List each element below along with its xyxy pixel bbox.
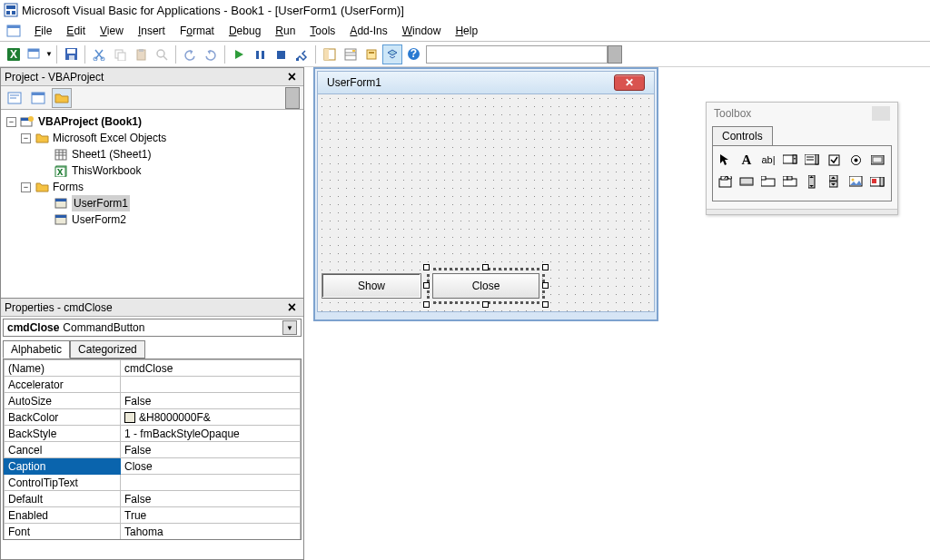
paste-button[interactable]	[131, 44, 151, 64]
tree-collapse-icon[interactable]: −	[21, 182, 31, 192]
property-row[interactable]: EnabledTrue	[5, 507, 301, 524]
tree-userform1-label[interactable]: UserForm1	[72, 195, 130, 211]
property-value[interactable]: &H8000000F&	[121, 409, 301, 426]
find-button[interactable]	[152, 44, 172, 64]
resize-handle[interactable]	[482, 301, 489, 308]
toolbox-header[interactable]: Toolbox	[707, 103, 897, 124]
property-row[interactable]: BackColor&H8000000F&	[5, 409, 301, 426]
property-value[interactable]: Close	[121, 458, 301, 475]
resize-handle[interactable]	[423, 264, 430, 270]
redo-button[interactable]	[201, 44, 221, 64]
help-button[interactable]: ?	[403, 44, 423, 64]
menu-help[interactable]: Help	[448, 23, 485, 39]
menu-run[interactable]: Run	[268, 23, 302, 39]
property-row[interactable]: AutoSizeFalse	[5, 393, 301, 409]
tree-collapse-icon[interactable]: −	[21, 133, 31, 143]
tree-sheet1-label[interactable]: Sheet1 (Sheet1)	[72, 146, 151, 162]
properties-object-combo[interactable]: cmdClose CommandButton ▼	[3, 319, 302, 337]
property-row[interactable]: CaptionClose	[5, 458, 301, 475]
resize-handle[interactable]	[423, 301, 430, 308]
scrollbar-tool-icon[interactable]	[804, 173, 820, 190]
project-explorer-button[interactable]	[320, 44, 340, 64]
menu-tools[interactable]: Tools	[302, 23, 342, 39]
copy-button[interactable]	[110, 44, 130, 64]
property-row[interactable]: CancelFalse	[5, 442, 301, 458]
dropdown-icon[interactable]: ▼	[282, 320, 297, 335]
menu-window[interactable]: Window	[395, 23, 449, 39]
menu-file[interactable]: File	[27, 23, 59, 39]
insert-userform-button[interactable]	[25, 44, 45, 64]
checkbox-tool-icon[interactable]	[826, 152, 842, 168]
toggle-folders-button[interactable]	[52, 88, 72, 108]
select-tool-icon[interactable]	[717, 152, 733, 168]
selection-frame[interactable]: Close	[427, 268, 545, 304]
view-excel-button[interactable]: X	[4, 44, 24, 64]
project-scroll-handle[interactable]	[285, 87, 300, 109]
tree-excel-objects-label[interactable]: Microsoft Excel Objects	[53, 130, 166, 146]
refedit-tool-icon[interactable]	[869, 173, 885, 190]
tree-userform2-label[interactable]: UserForm2	[72, 211, 126, 228]
property-row[interactable]: FontTahoma	[5, 524, 301, 540]
tree-collapse-icon[interactable]: −	[6, 117, 16, 127]
toolbox-button[interactable]	[382, 44, 402, 64]
property-value[interactable]	[121, 377, 301, 393]
frame-tool-icon[interactable]: xv	[717, 173, 733, 190]
resize-handle[interactable]	[482, 264, 489, 270]
properties-window-button[interactable]	[341, 44, 361, 64]
properties-close-icon[interactable]: ×	[284, 300, 300, 316]
resize-handle[interactable]	[542, 264, 549, 270]
property-value[interactable]: False	[121, 393, 301, 409]
label-tool-icon[interactable]: A	[738, 152, 755, 168]
position-combo[interactable]	[426, 45, 608, 64]
property-value[interactable]: 1 - fmBackStyleOpaque	[121, 426, 301, 442]
commandbutton-tool-icon[interactable]	[738, 173, 755, 190]
resize-handle[interactable]	[423, 282, 430, 289]
menu-edit[interactable]: Edit	[59, 23, 93, 39]
property-row[interactable]: ControlTipText	[5, 475, 301, 491]
property-value[interactable]: False	[121, 442, 301, 458]
view-object-button[interactable]	[28, 88, 48, 108]
resize-handle[interactable]	[542, 282, 549, 289]
tree-forms-label[interactable]: Forms	[53, 179, 84, 195]
property-row[interactable]: Accelerator	[5, 377, 301, 393]
undo-button[interactable]	[180, 44, 200, 64]
break-button[interactable]	[250, 44, 270, 64]
toolbox-close-button[interactable]	[872, 106, 890, 121]
property-row[interactable]: BackStyle1 - fmBackStyleOpaque	[5, 426, 301, 442]
tabstrip-tool-icon[interactable]	[760, 173, 777, 190]
spinbutton-tool-icon[interactable]	[826, 173, 842, 190]
property-row[interactable]: (Name)cmdClose	[5, 360, 301, 377]
property-value[interactable]: Tahoma	[121, 524, 301, 540]
resize-handle[interactable]	[542, 301, 549, 308]
property-row[interactable]: DefaultFalse	[5, 491, 301, 507]
project-explorer-close-icon[interactable]: ×	[284, 69, 300, 85]
show-button[interactable]: Show	[322, 273, 421, 299]
form-canvas[interactable]: Show Close	[317, 94, 655, 312]
property-value[interactable]	[121, 475, 301, 491]
tab-alphabetic[interactable]: Alphabetic	[3, 340, 70, 359]
listbox-tool-icon[interactable]	[804, 152, 820, 168]
tab-categorized[interactable]: Categorized	[70, 340, 145, 359]
menu-insert[interactable]: Insert	[131, 23, 173, 39]
combobox-tool-icon[interactable]	[782, 152, 798, 168]
togglebutton-tool-icon[interactable]	[869, 152, 885, 168]
position-combo-button[interactable]	[608, 45, 622, 64]
tree-thisworkbook-label[interactable]: ThisWorkbook	[72, 162, 141, 179]
tree-root-label[interactable]: VBAProject (Book1)	[38, 113, 142, 130]
reset-button[interactable]	[271, 44, 291, 64]
object-browser-button[interactable]	[361, 44, 381, 64]
property-value[interactable]: False	[121, 491, 301, 507]
menu-format[interactable]: Format	[173, 23, 222, 39]
insert-dropdown-icon[interactable]: ▼	[45, 50, 53, 58]
run-button[interactable]	[229, 44, 249, 64]
design-mode-button[interactable]	[292, 44, 312, 64]
form-designer[interactable]: UserForm1 ✕ Show Close	[313, 67, 658, 321]
cut-button[interactable]	[89, 44, 109, 64]
optionbutton-tool-icon[interactable]	[847, 152, 864, 168]
form-titlebar[interactable]: UserForm1 ✕	[317, 71, 655, 94]
property-value[interactable]: cmdClose	[121, 360, 301, 377]
menu-debug[interactable]: Debug	[222, 23, 268, 39]
image-tool-icon[interactable]	[847, 173, 864, 190]
menu-addins[interactable]: Add-Ins	[342, 23, 394, 39]
toolbox-tab-controls[interactable]: Controls	[712, 126, 773, 145]
